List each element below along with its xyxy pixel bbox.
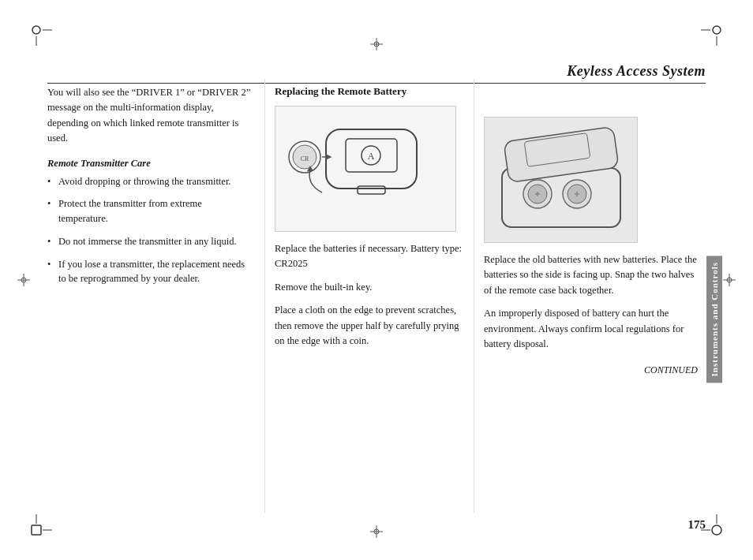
intro-paragraph: You will also see the “DRIVER 1” or “DRI… <box>47 85 252 147</box>
left-column: You will also see the “DRIVER 1” or “DRI… <box>47 79 264 513</box>
mid-text-2: Remove the built-in key. <box>275 280 464 295</box>
bullet-item-3: Do not immerse the transmitter in any li… <box>47 234 252 249</box>
corner-mark-tl <box>30 24 52 46</box>
crosshair-right <box>723 274 736 286</box>
svg-point-3 <box>713 26 721 34</box>
battery-illustration <box>490 125 632 235</box>
svg-text:A: A <box>368 151 375 162</box>
corner-mark-tr <box>701 24 723 46</box>
right-text-2: An improperly disposed of battery can hu… <box>484 306 698 352</box>
svg-rect-8 <box>32 525 41 535</box>
replacing-battery-heading: Replacing the Remote Battery <box>275 85 464 98</box>
main-content: You will also see the “DRIVER 1” or “DRI… <box>47 79 698 513</box>
keyfob-image: A CR <box>275 106 456 232</box>
svg-point-11 <box>712 525 721 535</box>
right-column: Replace the old batteries with new batte… <box>474 79 698 513</box>
page-number: 175 <box>688 518 706 532</box>
svg-text:CR: CR <box>301 155 309 162</box>
crosshair-top <box>370 38 383 50</box>
remote-image <box>484 117 638 243</box>
svg-rect-43 <box>504 127 619 183</box>
svg-rect-28 <box>358 186 385 194</box>
page-title: Keyless Access System <box>567 63 706 80</box>
middle-column: Replacing the Remote Battery A CR <box>264 79 474 513</box>
svg-point-0 <box>32 26 40 34</box>
continued-label: CONTINUED <box>484 364 698 376</box>
corner-mark-bl <box>30 514 52 536</box>
mid-text-1: Replace the batteries if necessary. Batt… <box>275 241 464 272</box>
bullet-item-2: Protect the transmitter from extreme tem… <box>47 196 252 226</box>
bullet-item-4: If you lose a transmitter, the replaceme… <box>47 257 252 287</box>
crosshair-left <box>17 274 30 286</box>
bullet-list: Avoid dropping or throwing the transmitt… <box>47 174 252 287</box>
keyfob-illustration: A CR <box>283 114 448 224</box>
sidebar-label-container: Instruments and Controls <box>706 158 723 481</box>
page: Keyless Access System Instruments and Co… <box>0 0 753 560</box>
right-text-1: Replace the old batteries with new batte… <box>484 252 698 298</box>
bullet-item-1: Avoid dropping or throwing the transmitt… <box>47 174 252 189</box>
mid-text-3: Place a cloth on the edge to prevent scr… <box>275 303 464 349</box>
section-title: Remote Transmitter Care <box>47 158 252 170</box>
sidebar-label-text: Instruments and Controls <box>706 256 722 383</box>
crosshair-bottom <box>370 525 383 538</box>
